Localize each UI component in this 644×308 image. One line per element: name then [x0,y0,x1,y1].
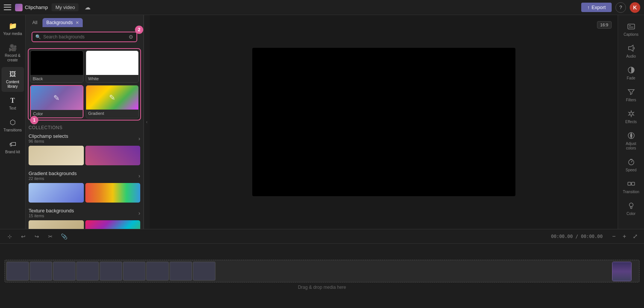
timeline-seg-5 [100,262,122,281]
app-name: Clipchamp [25,5,48,10]
bg-color-item[interactable]: ✎ Color [30,85,83,118]
panel: All Backgrounds ✕ 🔍 ⚙ 2 1 [26,15,144,229]
sidebar-item-brand-kit[interactable]: 🏷 Brand kit [2,137,24,157]
snap-tool[interactable]: ⊹ [5,231,15,242]
color-label: Color [627,212,636,216]
speed-icon [627,157,636,166]
tool-transition[interactable]: Transition [619,176,643,197]
panel-tabs: All Backgrounds ✕ [26,15,143,27]
your-media-icon: 📁 [9,22,17,30]
tool-speed[interactable]: Speed [619,154,643,175]
brand-kit-icon: 🏷 [9,140,17,148]
sidebar-item-your-media[interactable]: 📁 Your media [2,19,24,39]
export-icon: ↑ [587,5,590,10]
help-button[interactable]: ? [615,2,626,13]
tab-backgrounds[interactable]: Backgrounds ✕ [42,18,82,27]
collection-arrow-texture[interactable]: › [138,210,140,216]
collection-thumb-6 [85,220,141,229]
filter-icon[interactable]: ⚙ [129,34,133,40]
zoom-fit-btn[interactable]: ⤢ [630,232,639,241]
export-button[interactable]: ↑ Export [581,3,612,12]
timeline-track[interactable] [5,260,639,282]
tool-captions[interactable]: Captions [619,19,643,40]
logo-icon [15,4,23,11]
tool-audio[interactable]: Audio [619,41,643,62]
collection-arrow-clipchamp[interactable]: › [138,136,140,142]
timeline-seg-4 [76,262,99,281]
transition-label: Transition [623,190,639,194]
timeline-clip-thumb[interactable] [612,262,632,281]
sidebar-item-transitions[interactable]: ⬡ Transitions [2,115,24,136]
video-title[interactable]: My video [52,3,79,11]
preview-canvas [252,48,515,196]
filters-icon [627,87,636,96]
timeline-seg-9 [193,262,215,281]
sidebar-item-text[interactable]: T Text [2,93,24,114]
timeline-segments [5,260,639,282]
timeline-seg-8 [170,262,192,281]
bg-black-item[interactable]: Black [30,50,83,83]
audio-label: Audio [626,54,636,59]
transition-icon [627,179,636,188]
bg-gradient-item[interactable]: ✎ Gradient [86,85,139,118]
collection-name-clipchamp: Clipchamp selects [29,133,68,139]
adjust-colors-label: Adjust colors [621,142,642,151]
svg-rect-10 [632,182,635,185]
sidebar-label-content-library: Content library [3,80,23,89]
tool-color[interactable]: Color [619,198,643,219]
time-total: 00:00.00 [581,234,603,239]
record-icon: 🎥 [9,44,17,52]
fade-label: Fade [627,76,635,81]
bg-white-item[interactable]: White [86,50,139,83]
sidebar-item-content-library[interactable]: 🖼 Content library [2,67,24,92]
bg-color-label: Color [31,110,83,117]
collections-area: Collections Clipchamp selects 96 items › [26,124,143,229]
tool-effects[interactable]: Effects [619,106,643,127]
topbar-left: Clipchamp My video ☁ [4,2,581,13]
bg-white-label: White [86,75,139,82]
sidebar-item-record-create[interactable]: 🎥 Record & create [2,41,24,66]
undo-tool[interactable]: ↩ [18,231,29,242]
collection-count-clipchamp: 96 items [29,139,68,143]
sidebar-label-record: Record & create [3,53,23,63]
topbar-right: ↑ Export ? K [581,2,640,13]
collapse-handle[interactable]: ‹ [144,15,150,229]
bg-black-label: Black [30,75,83,82]
tool-filters[interactable]: Filters [619,84,643,105]
save-icon[interactable]: ☁ [82,2,93,13]
collection-gradient-backgrounds[interactable]: Gradient backgrounds 22 items › [29,171,140,203]
svg-line-7 [631,161,632,162]
collection-clipchamp-selects[interactable]: Clipchamp selects 96 items › [29,133,140,165]
sidebar-label-brand-kit: Brand kit [5,150,20,154]
zoom-in-btn[interactable]: + [620,232,629,241]
bg-gradient-label: Gradient [86,110,139,117]
search-input[interactable] [43,34,126,40]
cut-tool[interactable]: ✂ [45,231,56,242]
timeline-seg-2 [30,262,52,281]
effects-label: Effects [625,120,636,124]
annotation-1: 1 [30,116,38,124]
effects-icon [627,109,636,118]
tool-fade[interactable]: Fade [619,63,643,84]
collection-name-gradient: Gradient backgrounds [29,171,77,176]
audio-icon [627,44,636,53]
tab-backgrounds-close[interactable]: ✕ [76,20,79,25]
redo-tool[interactable]: ↪ [32,231,42,242]
collection-thumb-4 [85,183,141,203]
avatar-button[interactable]: K [630,2,640,13]
fade-icon [627,66,636,75]
zoom-out-btn[interactable]: − [609,232,618,241]
aspect-ratio-badge[interactable]: 16:9 [597,21,612,29]
content-library-icon: 🖼 [9,70,17,78]
timeline-seg-6 [123,262,145,281]
clip-tool[interactable]: 📎 [59,231,69,242]
time-current: 00:00.00 [551,234,573,239]
topbar: Clipchamp My video ☁ ↑ Export ? K [0,0,644,15]
collection-arrow-gradient[interactable]: › [138,173,140,179]
menu-icon[interactable] [4,4,11,11]
collection-texture-backgrounds[interactable]: Texture backgrounds 15 items › [29,208,140,229]
tab-all[interactable]: All [29,18,41,27]
tool-adjust-colors[interactable]: Adjust colors [619,128,643,154]
collection-thumb-2 [85,146,141,165]
svg-rect-0 [628,24,635,29]
